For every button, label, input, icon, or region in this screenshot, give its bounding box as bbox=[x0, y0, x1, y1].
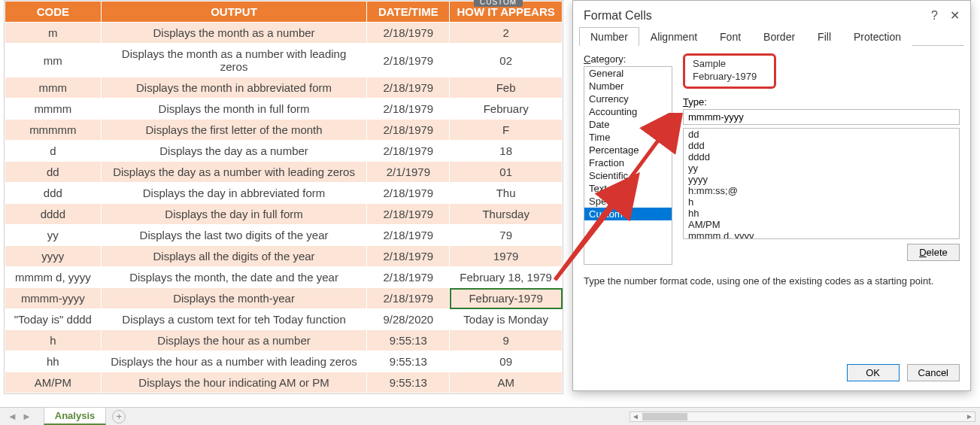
cell-code[interactable]: mmmmm bbox=[5, 120, 102, 141]
cancel-button[interactable]: Cancel bbox=[907, 364, 960, 381]
horizontal-scrollbar[interactable]: ◄ ► bbox=[630, 411, 975, 422]
cell-date[interactable]: 2/18/1979 bbox=[367, 204, 450, 225]
cell-appears[interactable]: 02 bbox=[450, 44, 563, 77]
cell-date[interactable]: 2/18/1979 bbox=[367, 120, 450, 141]
cell-date[interactable]: 2/18/1979 bbox=[367, 183, 450, 204]
nav-prev-icon[interactable]: ◄ bbox=[8, 411, 17, 422]
table-row[interactable]: mmDisplays the month as a number with le… bbox=[5, 44, 563, 77]
category-item[interactable]: Percentage bbox=[584, 144, 672, 156]
cell-date[interactable]: 9:55:13 bbox=[367, 330, 450, 351]
table-row[interactable]: dddDisplays the day in abbreviated form2… bbox=[5, 183, 563, 204]
cell-output[interactable]: Displays the month as a number with lead… bbox=[101, 44, 367, 77]
cell-output[interactable]: Displays the day in abbreviated form bbox=[101, 183, 367, 204]
cell-output[interactable]: Displays the last two digits of the year bbox=[101, 225, 367, 246]
category-item[interactable]: Scientific bbox=[584, 169, 672, 182]
cell-code[interactable]: yy bbox=[5, 225, 102, 246]
cell-output[interactable]: Displays all the digits of the year bbox=[101, 246, 367, 267]
cell-appears[interactable]: F bbox=[450, 120, 563, 141]
cell-code[interactable]: ddd bbox=[5, 183, 102, 204]
header-date[interactable]: DATE/TIME bbox=[367, 2, 450, 23]
cell-appears[interactable]: 9 bbox=[450, 330, 563, 351]
table-row[interactable]: mmmm d, yyyyDisplays the month, the date… bbox=[5, 267, 563, 288]
header-output[interactable]: OUTPUT bbox=[101, 2, 367, 23]
table-row[interactable]: "Today is" ddddDisplays a custom text fo… bbox=[5, 309, 563, 330]
cell-date[interactable]: 2/18/1979 bbox=[367, 141, 450, 162]
format-item[interactable]: dddd bbox=[684, 151, 959, 162]
tab-alignment[interactable]: Alignment bbox=[639, 27, 708, 46]
cell-code[interactable]: hh bbox=[5, 351, 102, 372]
table-row[interactable]: ddddDisplays the day in full form2/18/19… bbox=[5, 204, 563, 225]
category-item[interactable]: Text bbox=[584, 182, 672, 195]
cell-appears[interactable]: February 18, 1979 bbox=[450, 267, 563, 288]
format-item[interactable]: AM/PM bbox=[684, 219, 959, 230]
table-row[interactable]: AM/PMDisplays the hour indicating AM or … bbox=[5, 372, 563, 393]
cell-output[interactable]: Displays a custom text for teh Today fun… bbox=[101, 309, 367, 330]
cell-date[interactable]: 2/18/1979 bbox=[367, 288, 450, 309]
tab-border[interactable]: Border bbox=[752, 27, 806, 46]
cell-appears[interactable]: 2 bbox=[450, 23, 563, 44]
header-code[interactable]: CODE bbox=[5, 2, 102, 23]
cell-date[interactable]: 2/18/1979 bbox=[367, 77, 450, 99]
cell-output[interactable]: Displays the hour as a number with leadi… bbox=[101, 351, 367, 372]
category-item[interactable]: Custom bbox=[584, 208, 672, 220]
category-item[interactable]: Date bbox=[584, 118, 672, 131]
category-list[interactable]: GeneralNumberCurrencyAccountingDateTimeP… bbox=[584, 66, 672, 265]
close-icon[interactable]: ✕ bbox=[950, 8, 960, 23]
format-item[interactable]: hh bbox=[684, 208, 959, 219]
cell-date[interactable]: 9/28/2020 bbox=[367, 309, 450, 330]
category-item[interactable]: Fraction bbox=[584, 156, 672, 169]
cell-date[interactable]: 9:55:13 bbox=[367, 372, 450, 393]
cell-code[interactable]: mmmm d, yyyy bbox=[5, 267, 102, 288]
category-item[interactable]: Special bbox=[584, 195, 672, 208]
scroll-left-icon[interactable]: ◄ bbox=[630, 412, 641, 420]
ok-button[interactable]: OK bbox=[847, 364, 900, 381]
scroll-thumb[interactable] bbox=[642, 413, 687, 420]
table-row[interactable]: hDisplays the hour as a number9:55:139 bbox=[5, 330, 563, 351]
cell-date[interactable]: 2/18/1979 bbox=[367, 99, 450, 120]
cell-code[interactable]: h bbox=[5, 330, 102, 351]
cell-code[interactable]: "Today is" dddd bbox=[5, 309, 102, 330]
table-row[interactable]: mmmmmDisplays the first letter of the mo… bbox=[5, 120, 563, 141]
cell-date[interactable]: 2/18/1979 bbox=[367, 246, 450, 267]
cell-output[interactable]: Displays the day in full form bbox=[101, 204, 367, 225]
cell-code[interactable]: mmm bbox=[5, 77, 102, 99]
sheet-tab-analysis[interactable]: Analysis bbox=[44, 408, 106, 425]
table-row[interactable]: ddDisplays the day as a number with lead… bbox=[5, 162, 563, 183]
cell-code[interactable]: AM/PM bbox=[5, 372, 102, 393]
cell-code[interactable]: m bbox=[5, 23, 102, 44]
cell-appears[interactable]: 79 bbox=[450, 225, 563, 246]
format-item[interactable]: h:mm:ss;@ bbox=[684, 185, 959, 196]
category-item[interactable]: Number bbox=[584, 80, 672, 93]
cell-appears[interactable]: February-1979 bbox=[450, 288, 563, 309]
cell-output[interactable]: Displays the hour indicating AM or PM bbox=[101, 372, 367, 393]
cell-output[interactable]: Displays the month in full form bbox=[101, 99, 367, 120]
cell-appears[interactable]: 01 bbox=[450, 162, 563, 183]
cell-date[interactable]: 2/18/1979 bbox=[367, 267, 450, 288]
category-item[interactable]: Accounting bbox=[584, 105, 672, 118]
category-item[interactable]: Currency bbox=[584, 93, 672, 105]
cell-output[interactable]: Displays the hour as a number bbox=[101, 330, 367, 351]
cell-code[interactable]: mmmm-yyyy bbox=[5, 288, 102, 309]
table-row[interactable]: mmmm-yyyyDisplays the month-year2/18/197… bbox=[5, 288, 563, 309]
table-row[interactable]: mmmDisplays the month in abbreviated for… bbox=[5, 77, 563, 99]
cell-date[interactable]: 9:55:13 bbox=[367, 351, 450, 372]
cell-code[interactable]: mmmm bbox=[5, 99, 102, 120]
cell-date[interactable]: 2/18/1979 bbox=[367, 23, 450, 44]
table-row[interactable]: hhDisplays the hour as a number with lea… bbox=[5, 351, 563, 372]
cell-code[interactable]: dddd bbox=[5, 204, 102, 225]
tab-protection[interactable]: Protection bbox=[842, 27, 912, 46]
cell-output[interactable]: Displays the month in abbreviated form bbox=[101, 77, 367, 99]
nav-next-icon[interactable]: ► bbox=[22, 411, 32, 422]
tab-number[interactable]: Number bbox=[579, 27, 639, 46]
format-item[interactable]: mmmm d, yyyy bbox=[684, 230, 959, 239]
cell-appears[interactable]: Feb bbox=[450, 77, 563, 99]
type-input[interactable] bbox=[683, 109, 960, 125]
cell-appears[interactable]: Thursday bbox=[450, 204, 563, 225]
cell-output[interactable]: Displays the month as a number bbox=[101, 23, 367, 44]
format-item[interactable]: dd bbox=[684, 129, 959, 140]
cell-appears[interactable]: 18 bbox=[450, 141, 563, 162]
cell-code[interactable]: dd bbox=[5, 162, 102, 183]
cell-appears[interactable]: Thu bbox=[450, 183, 563, 204]
cell-output[interactable]: Displays the first letter of the month bbox=[101, 120, 367, 141]
format-item[interactable]: yyyy bbox=[684, 174, 959, 185]
